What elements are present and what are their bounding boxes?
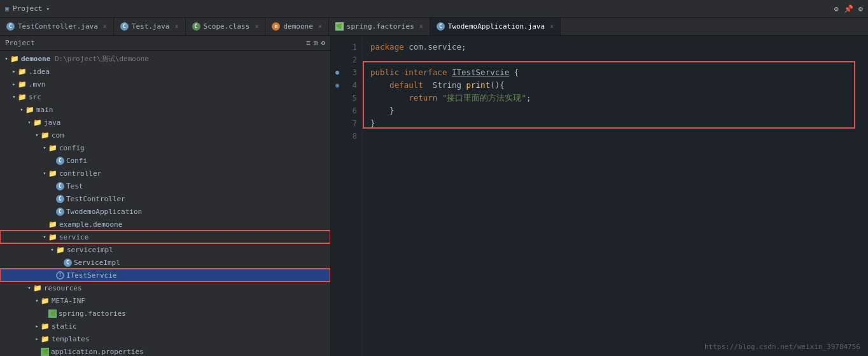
item-label-templates: templates [52, 335, 90, 343]
tree-item-main[interactable]: 📁 main [0, 103, 330, 116]
tab-close-demoone[interactable]: × [318, 23, 322, 30]
item-path-demoone: D:\project\测试\demoone [50, 54, 148, 64]
item-label-confi: Confi [66, 157, 87, 165]
tree-item-src[interactable]: 📁 src [0, 90, 330, 103]
item-label-twodemoapp: TwodemoApplication [66, 208, 142, 216]
file-icon-spring: 🌿 [48, 310, 57, 318]
tree-item-java[interactable]: 📁 java [0, 116, 330, 129]
item-label-demoone: demoone [21, 55, 50, 63]
file-icon-twodemoapp: C [56, 208, 64, 216]
tree-item-test-file[interactable]: C Test [0, 180, 330, 192]
tab-test[interactable]: C Test.java × [114, 18, 186, 35]
tab-label-spring: spring.factories [347, 22, 414, 31]
code-editor[interactable]: package com.service; public interface IT… [363, 36, 868, 356]
item-label-meta-inf: META-INF [52, 297, 85, 305]
tab-spring-factories[interactable]: 🌿 spring.factories × [329, 18, 430, 35]
tab-close-test[interactable]: × [174, 23, 178, 30]
tree-item-static[interactable]: 📁 static [0, 320, 330, 332]
tab-demoone[interactable]: m demoone × [265, 18, 328, 35]
code-line-8 [370, 130, 860, 143]
code-line-5: return "接口里面的方法实现"; [370, 92, 860, 104]
arrow-config [41, 145, 48, 151]
code-line-7: } [370, 117, 860, 130]
tree-item-testcontroller-file[interactable]: C TestController [0, 192, 330, 205]
project-dropdown-arrow[interactable]: ▾ [46, 6, 49, 12]
tab-icon-c3: C [437, 22, 445, 31]
project-icon: ▣ [5, 5, 9, 12]
line-num-5: 5 [346, 92, 357, 104]
item-label-service: service [59, 233, 88, 241]
sidebar-header-icons: ≡ ⊞ ⚙ [306, 39, 325, 47]
gear-icon[interactable]: ⚙ [858, 4, 863, 13]
line-num-8: 8 [346, 130, 357, 143]
item-label-idea: .idea [29, 68, 50, 76]
sidebar-title: Project [5, 39, 34, 47]
tree-item-twodemoapp[interactable]: C TwodemoApplication [0, 205, 330, 218]
sidebar-header: Project ≡ ⊞ ⚙ [0, 36, 330, 51]
tree-item-config[interactable]: 📁 config [0, 141, 330, 154]
code-line-6: } [370, 104, 860, 117]
tree-item-spring-factories[interactable]: 🌿 spring.factories [0, 307, 330, 320]
tab-scope[interactable]: C Scope.class × [186, 18, 266, 35]
editor-area: ● ◉ 1 2 3 4 5 6 7 8 [331, 36, 868, 356]
folder-icon-com: 📁 [41, 131, 50, 139]
file-icon-testcontroller: C [56, 195, 64, 203]
gutter-slot-7 [331, 117, 344, 130]
item-label-spring: spring.factories [59, 310, 126, 318]
arrow-static [33, 323, 41, 329]
gutter-icon-4: ◉ [335, 79, 339, 92]
arrow-controller [41, 170, 48, 176]
item-label-src: src [29, 93, 41, 101]
tree-item-demoone-root[interactable]: 📁 demoone D:\project\测试\demoone [0, 52, 330, 65]
tree-item-resources[interactable]: 📁 resources [0, 281, 330, 294]
project-title: Project [13, 4, 42, 13]
project-label[interactable]: ▣ Project ▾ [5, 4, 50, 13]
brace-close-outer: } [370, 118, 375, 128]
folder-icon-demoone: 📁 [10, 55, 19, 63]
file-icon-serviceimpl: C [64, 259, 72, 267]
tree-item-confi[interactable]: C Confi [0, 154, 330, 167]
tree-item-idea[interactable]: 📁 .idea [0, 65, 330, 78]
tab-testcontroller[interactable]: C TestController.java × [0, 18, 114, 35]
tab-close-twodemo[interactable]: × [550, 23, 554, 30]
tab-close-scope[interactable]: × [255, 23, 258, 30]
tree-item-app-props[interactable]: 🌿 application.properties [0, 345, 330, 356]
tree-item-templates[interactable]: 📁 templates [0, 332, 330, 345]
tree-item-meta-inf[interactable]: 📁 META-INF [0, 294, 330, 307]
tree-item-controller[interactable]: 📁 controller [0, 167, 330, 180]
str-chinese: "接口里面的方法实现" [442, 93, 526, 103]
tree-item-service[interactable]: 📁 service [0, 231, 330, 243]
tree-item-itestservcie[interactable]: I ITestServcie [0, 269, 330, 281]
folder-icon-src: 📁 [18, 93, 27, 101]
tree-item-serviceimpl[interactable]: 📁 serviceimpl [0, 243, 330, 256]
item-label-app-props: application.properties [51, 348, 144, 356]
gutter-slot-6 [331, 104, 344, 117]
tree-item-serviceimpl-file[interactable]: C ServiceImpl [0, 256, 330, 269]
pin-icon[interactable]: 📌 [844, 4, 853, 13]
tree-item-com[interactable]: 📁 com [0, 129, 330, 141]
folder-icon-config: 📁 [48, 144, 57, 152]
tab-close-testcontroller[interactable]: × [103, 23, 107, 30]
line-num-3: 3 [346, 66, 357, 79]
expand-icon[interactable]: ⊞ [314, 39, 318, 47]
arrow-demoone [3, 55, 10, 62]
tab-close-spring[interactable]: × [419, 23, 423, 30]
watermark: https://blog.csdn.net/weixin_39784756 [704, 343, 860, 351]
folder-icon-controller: 📁 [48, 169, 57, 178]
method-print: print [466, 80, 491, 90]
file-icon-app-props: 🌿 [41, 348, 49, 356]
tab-twodemo[interactable]: C TwodemoApplication.java × [430, 18, 561, 35]
code-line-1: package com.service; [370, 41, 860, 53]
kw-interface: interface [404, 68, 452, 77]
arrow-resources [25, 285, 33, 291]
tree-item-example[interactable]: 📁 example.demoone [0, 218, 330, 231]
collapse-icon[interactable]: ≡ [306, 39, 311, 47]
folder-icon-mvn: 📁 [18, 80, 27, 89]
settings-icon2[interactable]: ⚙ [321, 39, 325, 47]
type-string: String [433, 80, 466, 90]
main-content: Project ≡ ⊞ ⚙ 📁 demoone D:\project\测试\de… [0, 36, 868, 356]
item-label-serviceimpl-file: ServiceImpl [74, 259, 120, 267]
settings-icon[interactable]: ⚙ [834, 4, 839, 13]
tree-item-mvn[interactable]: 📁 .mvn [0, 78, 330, 90]
pkg-name: com.service [409, 42, 461, 52]
